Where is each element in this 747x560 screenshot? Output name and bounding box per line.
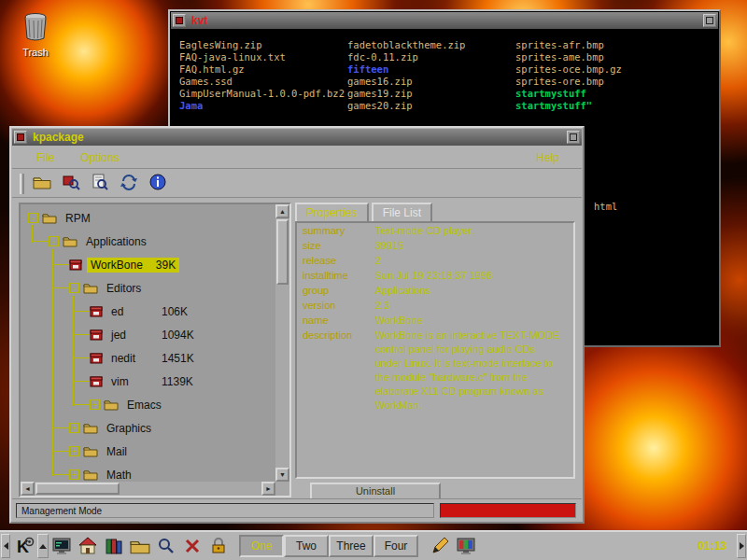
- kill-x-icon: [183, 537, 202, 555]
- panel-hide-right-button[interactable]: [737, 534, 746, 558]
- filename: fadetoblacktheme.zip: [347, 39, 515, 51]
- trash-icon: [21, 28, 49, 44]
- expander-icon[interactable]: [90, 399, 100, 410]
- inspect-file-button[interactable]: [89, 173, 111, 195]
- window-menu-button[interactable]: [173, 14, 186, 27]
- expander-icon[interactable]: [69, 283, 79, 293]
- display-settings-launcher[interactable]: [454, 534, 478, 558]
- scroll-left-icon[interactable]: ◄: [21, 482, 35, 496]
- kpackage-title: kpackage: [33, 131, 84, 144]
- right-arrow-icon: [740, 542, 744, 550]
- detail-tabs: Properties File List: [295, 203, 432, 222]
- pager-desktop-one[interactable]: One: [239, 535, 284, 557]
- tree-item-applications[interactable]: Applications: [21, 230, 275, 253]
- window-list-button[interactable]: [37, 534, 49, 558]
- toolbar-drag-handle[interactable]: [20, 174, 24, 194]
- package-icon: [90, 352, 103, 364]
- refresh-icon: [120, 173, 138, 195]
- home-icon: [78, 536, 98, 556]
- expander-icon[interactable]: [28, 213, 38, 223]
- help-books-launcher[interactable]: [102, 534, 126, 558]
- tree-item-workbone[interactable]: WorkBone39K: [21, 253, 275, 276]
- tree-item-ed[interactable]: ed106K: [21, 300, 275, 323]
- find-launcher[interactable]: [154, 534, 178, 558]
- find-package-button[interactable]: [60, 173, 82, 195]
- tree-item-rpm[interactable]: RPM: [21, 206, 275, 230]
- expander-icon[interactable]: [69, 423, 79, 433]
- svg-text:K: K: [17, 538, 29, 556]
- expander-icon[interactable]: [69, 446, 79, 456]
- menu-help[interactable]: Help: [530, 149, 565, 166]
- property-value: Text-mode CD player.: [375, 223, 562, 238]
- filename: fdc-0.11.zip: [347, 51, 515, 63]
- horizontal-scrollbar[interactable]: ◄ ►: [21, 482, 275, 496]
- maximize-button[interactable]: [567, 131, 580, 144]
- scroll-down-icon[interactable]: ▼: [275, 468, 289, 482]
- kvt-title: kvt: [191, 14, 207, 27]
- kill-window-button[interactable]: [180, 534, 204, 558]
- panel-hide-left-button[interactable]: [1, 534, 10, 558]
- listing-row: GimpUserManual-1.0.0-pdf.bz2 games19.zip…: [179, 88, 622, 100]
- scrollbar-thumb[interactable]: [276, 219, 289, 285]
- menu-file[interactable]: File: [31, 149, 60, 166]
- terminal-launcher[interactable]: [49, 534, 74, 558]
- tree-label: Graphics: [106, 422, 151, 435]
- file-manager-launcher[interactable]: [128, 534, 152, 558]
- filename: sprites-oce.bmp.gz: [515, 63, 622, 76]
- tree-label: nedit: [111, 352, 148, 365]
- scroll-up-icon[interactable]: ▲: [275, 204, 289, 218]
- tree-item-vim[interactable]: vim1139K: [21, 370, 275, 393]
- terminal-icon: [51, 536, 72, 556]
- toolbar: [12, 170, 582, 198]
- tree-item-nedit[interactable]: nedit1451K: [21, 346, 275, 370]
- expander-icon[interactable]: [49, 236, 59, 246]
- tree-item-graphics[interactable]: Graphics: [21, 416, 275, 440]
- package-size: 1094K: [162, 329, 194, 342]
- maximize-button[interactable]: [703, 14, 716, 27]
- editor-launcher[interactable]: [428, 534, 452, 558]
- window-menu-button[interactable]: [14, 131, 27, 144]
- pager-desktop-four[interactable]: Four: [374, 535, 418, 557]
- books-icon: [104, 536, 124, 556]
- tree-item-emacs[interactable]: Emacs: [21, 393, 275, 416]
- maximize-icon: [570, 133, 577, 141]
- scrollbar-thumb[interactable]: [35, 483, 120, 495]
- lock-screen-button[interactable]: [206, 534, 231, 558]
- property-value: 2.3: [375, 298, 562, 313]
- k-menu-button[interactable]: K: [12, 534, 36, 558]
- home-launcher[interactable]: [76, 534, 100, 558]
- package-tree: RPM Applications WorkBone39K Edit: [21, 204, 275, 482]
- kpackage-titlebar[interactable]: kpackage: [12, 129, 582, 146]
- open-folder-button[interactable]: [31, 173, 53, 195]
- info-button[interactable]: [147, 173, 169, 195]
- tab-properties[interactable]: Properties: [295, 203, 369, 222]
- properties-panel: summary Text-mode CD player. size 39915 …: [295, 221, 575, 479]
- refresh-button[interactable]: [118, 173, 140, 195]
- tree-item-editors[interactable]: Editors: [21, 276, 275, 300]
- trash-desktop-icon[interactable]: Trash: [13, 11, 58, 58]
- scroll-right-icon[interactable]: ►: [261, 482, 275, 496]
- filename: FAQ.html.gz: [179, 63, 347, 76]
- property-value: 2: [375, 253, 562, 268]
- file-listing: EaglesWing.zip fadetoblacktheme.zip spri…: [179, 39, 622, 112]
- tree-item-jed[interactable]: jed1094K: [21, 323, 275, 346]
- executable-name: startmystuff: [515, 88, 586, 100]
- directory-name: Jama: [179, 100, 347, 112]
- tree-item-math[interactable]: Math: [21, 463, 275, 482]
- find-package-icon: [62, 173, 80, 195]
- property-row: installtime Sun Jul 19 23:18:37 1998: [297, 268, 573, 283]
- pager-desktop-three[interactable]: Three: [329, 535, 374, 557]
- info-icon: [148, 173, 167, 195]
- menu-options[interactable]: Options: [75, 149, 124, 166]
- vertical-scrollbar[interactable]: ▲ ▼: [275, 204, 289, 482]
- filename: sprites-ore.bmp: [515, 76, 604, 88]
- kvt-titlebar[interactable]: kvt: [171, 12, 718, 29]
- tab-file-list[interactable]: File List: [372, 203, 432, 222]
- tree-label: Applications: [86, 235, 147, 248]
- property-value: Applications: [375, 283, 562, 298]
- package-icon: [90, 329, 103, 341]
- pager-desktop-two[interactable]: Two: [284, 535, 329, 557]
- directory-name: fifteen: [347, 63, 515, 76]
- expander-icon[interactable]: [69, 469, 79, 480]
- tree-item-mail[interactable]: Mail: [21, 440, 275, 463]
